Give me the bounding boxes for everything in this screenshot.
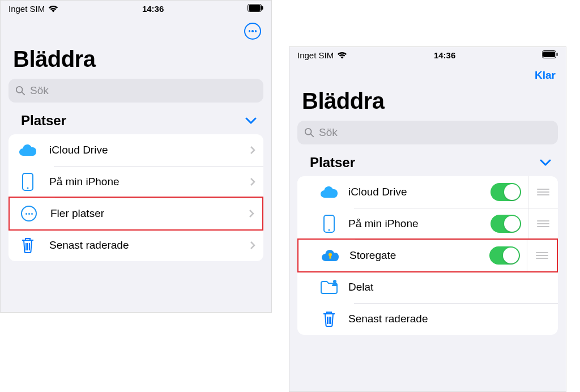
clock-label: 14:36 bbox=[347, 50, 542, 60]
toggle-iphone[interactable] bbox=[491, 215, 521, 233]
status-bar: Inget SIM 14:36 bbox=[1, 1, 271, 17]
row-label: På min iPhone bbox=[49, 176, 250, 188]
section-title: Platser bbox=[21, 113, 66, 129]
svg-line-11 bbox=[311, 134, 314, 137]
svg-point-6 bbox=[27, 188, 29, 189]
icloud-icon bbox=[19, 141, 37, 159]
row-label: Storegate bbox=[349, 249, 489, 262]
shared-folder-icon bbox=[320, 278, 338, 296]
svg-point-16 bbox=[333, 280, 336, 283]
section-header-places[interactable]: Platser bbox=[1, 113, 271, 134]
chevron-right-icon bbox=[250, 241, 255, 250]
chevron-down-icon bbox=[540, 159, 551, 167]
search-input[interactable]: Sök bbox=[8, 79, 263, 103]
row-icloud-drive[interactable]: iCloud Drive bbox=[8, 134, 263, 166]
svg-line-4 bbox=[22, 92, 25, 95]
row-more-places[interactable]: Fler platser bbox=[8, 197, 263, 231]
wifi-icon bbox=[337, 52, 347, 59]
row-label: På min iPhone bbox=[348, 218, 491, 230]
page-title: Bläddra bbox=[289, 82, 566, 121]
chevron-right-icon bbox=[250, 146, 255, 155]
browse-screen-left: Inget SIM 14:36 Bläddra Sök Platser iClo… bbox=[0, 0, 272, 313]
battery-icon bbox=[542, 50, 558, 58]
drag-handle[interactable] bbox=[536, 189, 550, 195]
svg-rect-2 bbox=[262, 6, 263, 10]
divider bbox=[527, 240, 527, 271]
svg-point-3 bbox=[16, 87, 23, 93]
status-bar: Inget SIM 14:36 bbox=[289, 47, 566, 63]
svg-point-10 bbox=[305, 129, 312, 135]
clock-label: 14:36 bbox=[58, 4, 248, 14]
page-title: Bläddra bbox=[1, 40, 271, 79]
trash-icon bbox=[19, 236, 37, 254]
svg-rect-8 bbox=[543, 52, 555, 57]
more-places-icon bbox=[20, 204, 38, 223]
row-recently-deleted[interactable]: Senast raderade bbox=[297, 303, 558, 335]
chevron-down-icon bbox=[245, 117, 257, 125]
row-label: Delat bbox=[348, 281, 550, 293]
search-placeholder: Sök bbox=[30, 84, 49, 97]
row-shared[interactable]: Delat bbox=[297, 271, 558, 303]
nav-bar: Klar bbox=[289, 63, 566, 82]
trash-icon bbox=[320, 310, 338, 328]
drag-handle[interactable] bbox=[535, 252, 549, 259]
row-label: iCloud Drive bbox=[348, 186, 491, 198]
nav-bar bbox=[1, 17, 271, 40]
row-label: Senast raderade bbox=[348, 313, 550, 325]
row-label: Senast raderade bbox=[49, 239, 250, 252]
iphone-icon bbox=[19, 173, 37, 191]
carrier-label: Inget SIM bbox=[8, 4, 45, 14]
wifi-icon bbox=[48, 5, 58, 13]
toggle-icloud[interactable] bbox=[491, 183, 521, 201]
search-icon bbox=[15, 86, 25, 96]
row-recently-deleted[interactable]: Senast raderade bbox=[8, 229, 263, 261]
row-icloud-drive: iCloud Drive bbox=[297, 176, 558, 208]
battery-icon bbox=[248, 4, 263, 12]
row-label: Fler platser bbox=[50, 207, 249, 220]
carrier-label: Inget SIM bbox=[297, 50, 334, 60]
svg-point-13 bbox=[329, 229, 330, 231]
storegate-icon bbox=[321, 246, 339, 265]
row-label: iCloud Drive bbox=[49, 144, 250, 156]
done-button[interactable]: Klar bbox=[535, 69, 556, 82]
chevron-right-icon bbox=[249, 209, 254, 218]
row-on-my-iphone[interactable]: På min iPhone bbox=[8, 166, 263, 198]
places-list-edit: iCloud Drive På min iPhone Storegate bbox=[297, 176, 558, 335]
search-input[interactable]: Sök bbox=[297, 121, 558, 144]
drag-handle[interactable] bbox=[536, 220, 550, 227]
svg-rect-9 bbox=[557, 53, 558, 56]
section-title: Platser bbox=[310, 155, 355, 171]
chevron-right-icon bbox=[250, 177, 255, 186]
svg-rect-15 bbox=[330, 255, 331, 259]
icloud-icon bbox=[320, 183, 338, 201]
row-storegate: Storegate bbox=[297, 238, 558, 272]
search-icon bbox=[304, 127, 314, 138]
iphone-icon bbox=[320, 215, 338, 233]
browse-screen-right-edit: Inget SIM 14:36 Klar Bläddra Sök Platser… bbox=[289, 46, 566, 392]
section-header-places[interactable]: Platser bbox=[289, 155, 566, 176]
divider bbox=[528, 176, 528, 208]
search-placeholder: Sök bbox=[319, 126, 338, 139]
svg-rect-1 bbox=[249, 5, 261, 11]
places-list: iCloud Drive På min iPhone Fler platser … bbox=[8, 134, 263, 261]
divider bbox=[528, 208, 528, 240]
toggle-storegate[interactable] bbox=[489, 246, 520, 265]
more-menu-button[interactable] bbox=[244, 23, 261, 40]
row-on-my-iphone: På min iPhone bbox=[297, 208, 558, 240]
